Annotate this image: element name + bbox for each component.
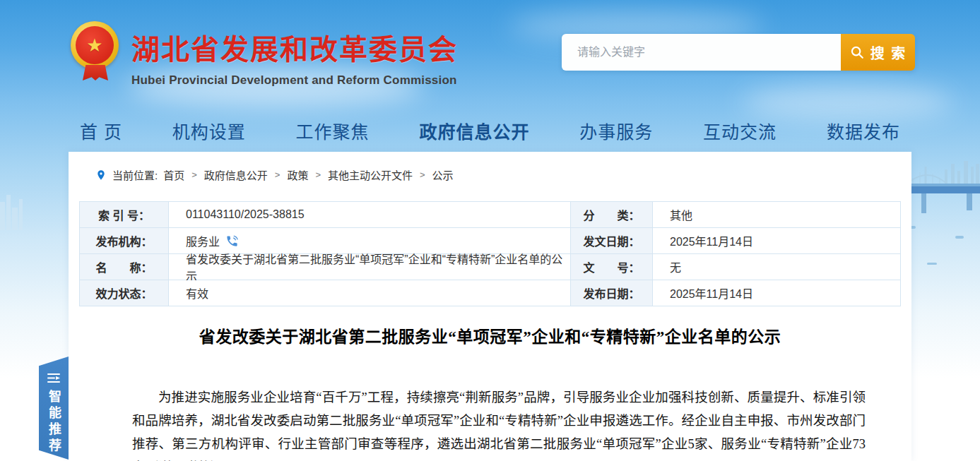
meta-value-text: 无 xyxy=(670,258,681,275)
breadcrumb-separator: > xyxy=(275,169,281,180)
article-title: 省发改委关于湖北省第二批服务业“单项冠军”企业和“专精特新”企业名单的公示 xyxy=(111,323,869,347)
breadcrumb-prefix: 当前位置: xyxy=(112,167,158,182)
recommend-list-icon xyxy=(47,372,61,384)
meta-value-text: 省发改委关于湖北省第二批服务业“单项冠军”企业和“专精特新”企业名单的公示 xyxy=(186,250,570,284)
breadcrumb-link[interactable]: 首页 xyxy=(163,167,184,182)
breadcrumb-separator: > xyxy=(420,169,425,180)
page: ★ 湖北省发展和改革委员会 Hubei Provincial Developme… xyxy=(0,0,980,461)
meta-value-text: 2025年11月14日 xyxy=(670,285,753,301)
bridge-art xyxy=(906,157,980,323)
meta-value: 省发改委关于湖北省第二批服务业“单项冠军”企业和“专精特新”企业名单的公示 xyxy=(169,254,570,280)
nav-item[interactable]: 互动交流 xyxy=(703,118,777,143)
star-icon: ★ xyxy=(86,36,102,54)
meta-label: 发文日期： xyxy=(571,228,652,253)
smart-recommend-label: 智能推荐 xyxy=(47,390,60,455)
meta-value-text: 2025年11月14日 xyxy=(670,232,753,249)
meta-label: 索 引 号： xyxy=(80,202,168,227)
site-header: ★ 湖北省发展和改革委员会 Hubei Provincial Developme… xyxy=(0,0,980,106)
meta-value: 2025年11月14日 xyxy=(653,280,900,306)
meta-label: 发布机构： xyxy=(80,228,168,253)
meta-value-text: 有效 xyxy=(186,285,208,301)
meta-label: 效力状态： xyxy=(80,280,168,306)
meta-value: 其他 xyxy=(653,202,900,227)
nav-item[interactable]: 政府信息公开 xyxy=(419,118,529,143)
emblem-core: ★ xyxy=(76,26,114,64)
meta-table: 索 引 号：011043110/2025-38815分 类：其他发布机构：服务业… xyxy=(79,201,901,306)
smart-recommend-widget[interactable]: 智能推荐 xyxy=(39,357,69,460)
emblem-ribbon xyxy=(83,65,108,80)
meta-value-text: 服务业 xyxy=(186,232,220,249)
breadcrumb-separator: > xyxy=(191,169,197,180)
meta-label: 名 称： xyxy=(80,254,168,280)
site-subtitle-en: Hubei Provincial Development and Reform … xyxy=(131,73,458,88)
breadcrumb-separator: > xyxy=(315,169,321,180)
phone-icon[interactable] xyxy=(225,234,239,248)
search-button-label: 搜 索 xyxy=(870,42,907,63)
breadcrumb-link[interactable]: 其他主动公开文件 xyxy=(328,167,413,182)
site-title: 湖北省发展和改革委员会 xyxy=(131,27,458,68)
search-icon xyxy=(849,44,865,60)
breadcrumb-link[interactable]: 政策 xyxy=(287,167,308,182)
breadcrumb: 当前位置: 首页>政府信息公开>政策>其他主动公开文件>公示 xyxy=(95,167,454,182)
meta-label: 分 类： xyxy=(571,202,652,227)
city-skyline-art xyxy=(0,189,28,246)
meta-label: 文 号： xyxy=(571,254,652,280)
meta-label: 发布日期： xyxy=(571,280,652,306)
meta-value: 011043110/2025-38815 xyxy=(169,202,570,227)
meta-value: 无 xyxy=(653,254,900,280)
breadcrumb-trail: 首页>政府信息公开>政策>其他主动公开文件>公示 xyxy=(163,167,453,182)
main-nav: 首 页机构设置工作聚焦政府信息公开办事服务互动交流数据发布 xyxy=(69,114,911,147)
article-body: 为推进实施服务业企业培育“百千万”工程，持续擦亮“荆新服务”品牌，引导服务业企业… xyxy=(132,386,866,461)
nav-item[interactable]: 办事服务 xyxy=(579,118,653,143)
meta-value-text: 其他 xyxy=(670,206,692,223)
meta-value: 2025年11月14日 xyxy=(653,228,900,253)
search-input[interactable] xyxy=(562,34,841,71)
national-emblem-logo: ★ xyxy=(71,21,120,83)
nav-item[interactable]: 数据发布 xyxy=(827,118,900,143)
meta-value: 有效 xyxy=(169,280,570,306)
breadcrumb-link[interactable]: 政府信息公开 xyxy=(204,167,268,182)
nav-item[interactable]: 机构设置 xyxy=(172,118,246,143)
meta-value-text: 011043110/2025-38815 xyxy=(186,208,305,221)
logo-area: ★ 湖北省发展和改革委员会 Hubei Provincial Developme… xyxy=(71,21,458,88)
location-pin-icon xyxy=(95,168,107,182)
content-panel: 当前位置: 首页>政府信息公开>政策>其他主动公开文件>公示 索 引 号：011… xyxy=(69,152,911,461)
breadcrumb-link[interactable]: 公示 xyxy=(432,167,454,182)
search-box: 搜 索 xyxy=(562,34,915,71)
search-button[interactable]: 搜 索 xyxy=(841,34,915,71)
nav-item[interactable]: 工作聚焦 xyxy=(296,118,370,143)
nav-item[interactable]: 首 页 xyxy=(80,118,122,143)
